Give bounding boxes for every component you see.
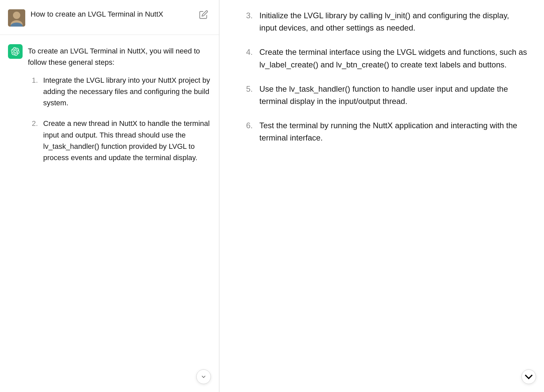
list-item: 1. Integrate the LVGL library into your …	[28, 75, 211, 109]
right-step-text-5: Use the lv_task_handler() function to ha…	[259, 83, 528, 107]
right-step-number-5: 5.	[241, 83, 253, 107]
step-text-1: Integrate the LVGL library into your Nut…	[43, 75, 211, 109]
list-item: 5. Use the lv_task_handler() function to…	[241, 83, 528, 107]
chat-title-area: How to create an LVGL Terminal in NuttX	[31, 9, 208, 20]
right-content[interactable]: 3. Initialize the LVGL library by callin…	[220, 0, 544, 392]
chat-body[interactable]: To create an LVGL Terminal in NuttX, you…	[0, 35, 219, 392]
list-item: 2. Create a new thread in NuttX to handl…	[28, 118, 211, 163]
list-item: 4. Create the terminal interface using t…	[241, 46, 528, 70]
chat-header: How to create an LVGL Terminal in NuttX	[0, 0, 219, 35]
right-step-number-6: 6.	[241, 119, 253, 144]
user-avatar	[8, 9, 25, 27]
left-panel: How to create an LVGL Terminal in NuttX …	[0, 0, 219, 392]
right-step-text-6: Test the terminal by running the NuttX a…	[259, 119, 528, 144]
right-step-number-3: 3.	[241, 9, 253, 34]
list-item: 3. Initialize the LVGL library by callin…	[241, 9, 528, 34]
scroll-down-button-right[interactable]	[521, 369, 536, 384]
edit-icon[interactable]	[199, 10, 208, 19]
assistant-message: To create an LVGL Terminal in NuttX, you…	[8, 44, 211, 173]
message-content: To create an LVGL Terminal in NuttX, you…	[28, 44, 211, 173]
step-text-2: Create a new thread in NuttX to handle t…	[43, 118, 211, 163]
step-number-2: 2.	[28, 118, 38, 163]
chat-title: How to create an LVGL Terminal in NuttX	[31, 9, 163, 20]
svg-point-1	[13, 12, 20, 19]
list-item: 6. Test the terminal by running the Nutt…	[241, 119, 528, 144]
step-number-1: 1.	[28, 75, 38, 109]
right-step-number-4: 4.	[241, 46, 253, 70]
steps-list: 1. Integrate the LVGL library into your …	[28, 75, 211, 163]
right-steps-list: 3. Initialize the LVGL library by callin…	[241, 9, 528, 144]
message-intro: To create an LVGL Terminal in NuttX, you…	[28, 46, 211, 68]
right-step-text-4: Create the terminal interface using the …	[259, 46, 528, 70]
chatgpt-icon	[8, 44, 23, 59]
scroll-down-button-left[interactable]	[196, 369, 211, 384]
right-step-text-3: Initialize the LVGL library by calling l…	[259, 9, 528, 34]
right-panel: 3. Initialize the LVGL library by callin…	[220, 0, 544, 392]
